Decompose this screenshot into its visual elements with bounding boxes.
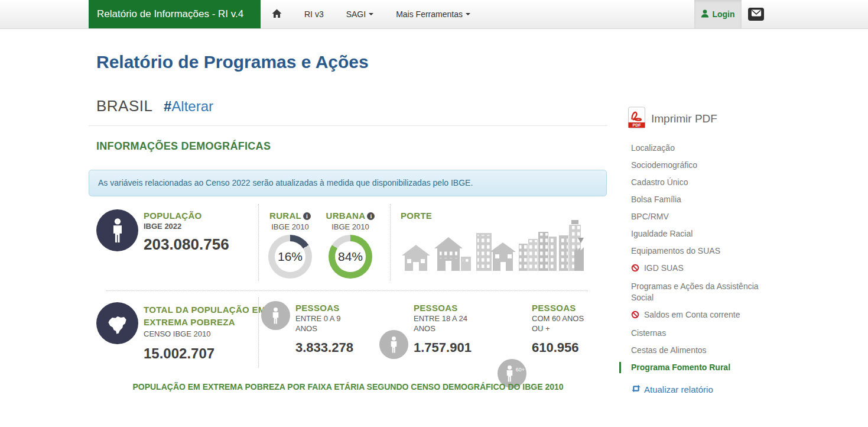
login-button[interactable]: Login xyxy=(694,0,742,28)
extreme-poverty-stat: TOTAL DA POPULAÇÃO EM EXTREMA POBREZA CE… xyxy=(144,303,269,362)
blocked-icon xyxy=(631,264,642,274)
sidebar-link-sociodemografico[interactable]: Sociodemográfico xyxy=(619,160,767,171)
top-navbar: Relatório de Informações - RI v.4 RI v3 … xyxy=(0,0,868,29)
navbar-menu: RI v3 SAGI Mais Ferramentas xyxy=(261,0,482,28)
urbana-stat: URBANA IBGE 2010 84% xyxy=(325,211,376,279)
blocked-icon xyxy=(631,311,642,321)
sidebar-link-cadastro-unico[interactable]: Cadastro Único xyxy=(619,177,767,188)
sidebar-link-igualdade-racial[interactable]: Igualdade Racial xyxy=(619,228,767,240)
sidebar-link-cisternas[interactable]: Cisternas xyxy=(619,328,767,339)
urbana-label: URBANA xyxy=(326,211,366,221)
nav-item-label: RI v3 xyxy=(304,9,324,19)
pdf-icon: PDF xyxy=(628,106,646,131)
sidebar-link-programa-fomento-rural[interactable]: Programa Fomento Rural xyxy=(619,362,767,373)
rural-percent: 16% xyxy=(275,241,305,272)
population-label: POPULAÇÃO xyxy=(144,211,229,221)
sidebar-link-localizacao[interactable]: Localização xyxy=(619,143,767,154)
pessoas-value: 610.956 xyxy=(532,340,597,355)
sidebar-link-igd-suas[interactable]: IGD SUAS xyxy=(619,263,767,275)
sidebar-link-bolsa-familia[interactable]: Bolsa Família xyxy=(619,194,767,205)
age-badge: 60+ xyxy=(516,367,525,373)
refresh-icon xyxy=(631,384,641,394)
census-info-alert: As variáveis relacionadas ao Censo 2022 … xyxy=(89,170,607,196)
sidebar-link-programas-acoes[interactable]: Programas e Ações da Assistência Social xyxy=(619,281,760,303)
population-stat: POPULAÇÃO IBGE 2022 203.080.756 xyxy=(144,211,229,254)
sidebar-link-saldos-conta[interactable]: Saldos em Conta corrente xyxy=(619,309,767,322)
pessoas-label: PESSOAS xyxy=(295,303,360,313)
population-value: 203.080.756 xyxy=(144,235,229,254)
sidebar-link-equipamentos-suas[interactable]: Equipamentos do SUAS xyxy=(619,245,767,257)
pessoas-0-9-stat: PESSOAS ENTRE 0 A 9 ANOS 3.833.278 xyxy=(295,303,360,355)
change-location-label: Alterar xyxy=(171,98,213,114)
urbana-donut-chart: 84% xyxy=(329,235,372,279)
navbar-brand[interactable]: Relatório de Informações - RI v.4 xyxy=(89,0,261,28)
urbana-source: IBGE 2010 xyxy=(325,222,376,231)
extreme-poverty-source: CENSO IBGE 2010 xyxy=(144,329,269,338)
pessoas-label: PESSOAS xyxy=(532,303,597,313)
porte-buildings-graphic xyxy=(401,218,585,274)
envelope-icon xyxy=(751,9,762,20)
chevron-down-icon xyxy=(369,13,373,15)
pessoas-value: 1.757.901 xyxy=(414,340,482,355)
pessoas-18-24-stat: PESSOAS ENTRE 18 A 24 ANOS 1.757.901 xyxy=(414,303,482,355)
refresh-label: Atualizar relatório xyxy=(644,384,713,394)
page-title: Relatório de Programas e Ações xyxy=(96,52,369,72)
print-pdf-label: Imprimir PDF xyxy=(651,112,717,125)
brazil-map-icon xyxy=(96,302,138,344)
pessoas-range: ENTRE 18 A 24 ANOS xyxy=(414,314,482,334)
change-location-link[interactable]: #Alterar xyxy=(164,98,213,115)
user-icon xyxy=(701,9,709,20)
nav-item-ri-v3[interactable]: RI v3 xyxy=(293,0,335,28)
divider xyxy=(390,204,391,281)
location-name: BRASIL xyxy=(96,97,153,115)
rural-source: IBGE 2010 xyxy=(265,222,316,231)
chevron-down-icon xyxy=(466,13,470,15)
divider xyxy=(258,204,259,281)
divider xyxy=(258,297,259,367)
login-label: Login xyxy=(712,9,734,19)
home-icon xyxy=(272,9,282,20)
urbana-percent: 84% xyxy=(335,241,366,272)
extreme-poverty-value: 15.002.707 xyxy=(144,345,269,362)
divider xyxy=(106,290,588,291)
hash-icon: # xyxy=(164,98,171,114)
divider xyxy=(89,125,607,126)
population-source: IBGE 2022 xyxy=(144,222,229,231)
section-title-demographics: INFORMAÇÕES DEMOGRÁFICAS xyxy=(96,140,271,153)
home-menu-item[interactable] xyxy=(261,0,293,28)
nav-item-mais-ferramentas[interactable]: Mais Ferramentas xyxy=(385,0,482,28)
person-icon xyxy=(261,301,290,330)
person-icon xyxy=(379,330,408,359)
refresh-report-link[interactable]: Atualizar relatório xyxy=(619,384,767,394)
pessoas-label: PESSOAS xyxy=(414,303,482,313)
nav-item-sagi[interactable]: SAGI xyxy=(335,0,385,28)
sidebar-link-label: Saldos em Conta corrente xyxy=(644,310,740,319)
rural-donut-chart: 16% xyxy=(268,235,312,279)
pessoas-range: ENTRE 0 A 9 ANOS xyxy=(295,314,360,334)
extreme-poverty-label: TOTAL DA POPULAÇÃO EM EXTREMA POBREZA xyxy=(144,303,269,328)
population-icon xyxy=(96,209,138,251)
pessoas-60-stat: PESSOAS COM 60 ANOS OU + 610.956 xyxy=(532,303,597,355)
pessoas-value: 3.833.278 xyxy=(295,340,360,355)
print-pdf-button[interactable]: PDF Imprimir PDF xyxy=(628,106,717,131)
nav-item-label: SAGI xyxy=(346,9,366,19)
sidebar-link-bpc-rmv[interactable]: BPC/RMV xyxy=(619,211,767,222)
rural-label: RURAL xyxy=(269,211,301,221)
info-icon[interactable] xyxy=(303,212,311,220)
mail-button[interactable] xyxy=(748,8,764,21)
sidebar-link-cestas-alimentos[interactable]: Cestas de Alimentos xyxy=(619,345,767,356)
rural-stat: RURAL IBGE 2010 16% xyxy=(265,211,316,279)
nav-item-label: Mais Ferramentas xyxy=(396,9,463,19)
chart-caption: POPULAÇÃO EM EXTREMA POBREZA POR FAIXA E… xyxy=(89,382,607,392)
report-sections-nav: Localização Sociodemográfico Cadastro Ún… xyxy=(619,143,767,394)
sidebar-link-label: IGD SUAS xyxy=(644,263,684,273)
svg-text:PDF: PDF xyxy=(633,123,642,127)
info-icon[interactable] xyxy=(367,212,375,220)
pessoas-range: COM 60 ANOS OU + xyxy=(532,314,597,334)
